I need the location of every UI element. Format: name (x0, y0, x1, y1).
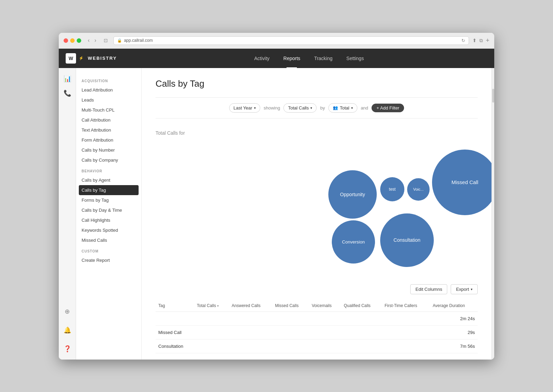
col-avg-duration[interactable]: Average Duration (430, 300, 478, 312)
phone-icon[interactable]: 📞 (64, 89, 71, 97)
nav-sidebar: ACQUISITION Lead Attribution Leads Multi… (76, 68, 142, 360)
date-filter-label: Last Year (234, 105, 252, 111)
minimize-button[interactable] (70, 38, 75, 43)
table-row: 2m 24s (156, 312, 478, 325)
browser-chrome: ‹ › ⊡ 🔒 app.callrail.com ↻ ⬆ ⧉ + (59, 33, 494, 49)
sidebar-item-lead-attribution[interactable]: Lead Attribution (76, 85, 141, 95)
bubble-opportunity-label: Opportunity (340, 192, 365, 197)
url-bar[interactable]: 🔒 app.callrail.com ↻ (113, 36, 469, 45)
row1-tag (156, 312, 194, 325)
col-total-calls[interactable]: Total Calls ▾ (194, 300, 229, 312)
add-tab-button[interactable]: + (486, 37, 489, 44)
section-acquisition: ACQUISITION (76, 75, 141, 85)
bubble-test[interactable]: test (380, 177, 404, 201)
and-label: and (361, 105, 368, 111)
chrome-actions: ⬆ ⧉ + (472, 37, 489, 44)
col-qualified-label: Qualified Calls (344, 303, 371, 308)
bubble-voicemail[interactable]: Voic... (407, 178, 430, 201)
sidebar-item-calls-by-company[interactable]: Calls by Company (76, 155, 141, 165)
chevron-down-icon-3: ▾ (351, 106, 353, 110)
sidebar-item-form-attribution[interactable]: Form Attribution (76, 135, 141, 145)
col-answered[interactable]: Answered Calls (229, 300, 272, 312)
export-button[interactable]: Export ▾ (451, 284, 478, 294)
sidebar-item-leads[interactable]: Leads (76, 95, 141, 105)
col-first-time-label: First-Time Callers (385, 303, 417, 308)
metric-filter[interactable]: Total Calls ▾ (283, 103, 317, 113)
sidebar-item-missed-calls[interactable]: Missed Calls (76, 235, 141, 245)
bubble-consultation[interactable]: Consultation (380, 213, 434, 267)
scrollbar[interactable] (491, 68, 494, 360)
share-button[interactable]: ⬆ (472, 37, 477, 44)
close-button[interactable] (64, 38, 68, 43)
sidebar-item-calls-by-agent[interactable]: Calls by Agent (76, 175, 141, 185)
col-tag[interactable]: Tag (156, 300, 194, 312)
col-missed[interactable]: Missed Calls (272, 300, 309, 312)
sidebar-item-create-report[interactable]: Create Report (76, 255, 141, 265)
add-filter-button[interactable]: + Add Filter (372, 104, 404, 112)
sidebar-item-call-attribution[interactable]: Call Attribution (76, 115, 141, 125)
group-icon: 👥 (333, 105, 338, 110)
browser-window: ‹ › ⊡ 🔒 app.callrail.com ↻ ⬆ ⧉ + W ⚡ WEB… (59, 33, 494, 360)
add-icon[interactable]: ⊕ (65, 308, 70, 315)
row2-missed (272, 325, 309, 339)
col-qualified[interactable]: Qualified Calls (341, 300, 382, 312)
sidebar-item-keywords-spotted[interactable]: Keywords Spotted (76, 225, 141, 235)
col-first-time[interactable]: First-Time Callers (382, 300, 430, 312)
tab-view-button[interactable]: ⊡ (102, 37, 110, 44)
bubble-opportunity[interactable]: Opportunity (328, 170, 377, 219)
maximize-button[interactable] (77, 38, 81, 43)
content-area: Calls by Tag Last Year ▾ showing Total C… (142, 68, 491, 360)
bubble-conversion[interactable]: Conversion (332, 220, 375, 264)
sidebar-item-call-highlights[interactable]: Call Highlights (76, 215, 141, 225)
row3-first-time (382, 339, 430, 353)
row2-qualified (341, 325, 382, 339)
brand-logo: W ⚡ WEBISTRY (66, 53, 117, 64)
by-label: by (320, 105, 325, 111)
col-voicemails[interactable]: Voicemails (309, 300, 341, 312)
group-filter[interactable]: 👥 Total ▾ (328, 103, 357, 113)
notification-icon[interactable]: 🔔 (64, 326, 71, 334)
scroll-thumb[interactable] (492, 89, 494, 103)
lightning-icon: ⚡ (79, 56, 84, 60)
nav-settings[interactable]: Settings (339, 49, 371, 68)
sidebar-item-calls-by-tag[interactable]: Calls by Tag (79, 185, 139, 195)
sidebar-item-forms-by-tag[interactable]: Forms by Tag (76, 195, 141, 205)
logo-text: WEBISTRY (88, 56, 117, 61)
chart-icon[interactable]: 📊 (64, 75, 71, 83)
bubble-consultation-label: Consultation (394, 237, 421, 243)
bubble-missed-call[interactable]: Missed Call (432, 150, 491, 215)
nav-reports[interactable]: Reports (276, 49, 307, 68)
edit-columns-button[interactable]: Edit Columns (410, 284, 447, 294)
chevron-down-icon: ▾ (254, 106, 256, 110)
forward-button[interactable]: › (93, 37, 98, 44)
bookmarks-button[interactable]: ⧉ (479, 37, 483, 44)
chart-subtitle: Total Calls for (156, 130, 478, 136)
lock-icon: 🔒 (117, 38, 122, 43)
logo-icon: W (66, 53, 76, 64)
nav-activity[interactable]: Activity (247, 49, 276, 68)
edit-columns-label: Edit Columns (415, 287, 442, 292)
row3-voicemails (309, 339, 341, 353)
row1-avg-duration: 2m 24s (430, 312, 478, 325)
group-filter-label: Total (340, 105, 349, 111)
sidebar-item-multi-touch-cpl[interactable]: Multi-Touch CPL (76, 105, 141, 115)
back-button[interactable]: ‹ (86, 37, 91, 44)
help-icon[interactable]: ❓ (64, 345, 71, 353)
row2-tag: Missed Call (156, 325, 194, 339)
row1-total (194, 312, 229, 325)
bubble-conversion-label: Conversion (342, 239, 365, 245)
sidebar-item-calls-by-day-time[interactable]: Calls by Day & Time (76, 205, 141, 215)
sidebar-item-calls-by-number[interactable]: Calls by Number (76, 145, 141, 155)
nav-tracking[interactable]: Tracking (307, 49, 339, 68)
sidebar-item-text-attribution[interactable]: Text Attribution (76, 125, 141, 135)
section-custom: CUSTOM (76, 245, 141, 255)
reload-button[interactable]: ↻ (461, 38, 465, 43)
section-behavior: BEHAVIOR (76, 165, 141, 175)
date-filter[interactable]: Last Year ▾ (229, 103, 260, 113)
row1-answered (229, 312, 272, 325)
top-nav: W ⚡ WEBISTRY Activity Reports Tracking S… (59, 49, 494, 68)
col-missed-label: Missed Calls (275, 303, 299, 308)
col-avg-label: Average Duration (433, 303, 465, 308)
table-actions: Edit Columns Export ▾ (156, 284, 478, 294)
page-title: Calls by Tag (156, 78, 478, 89)
